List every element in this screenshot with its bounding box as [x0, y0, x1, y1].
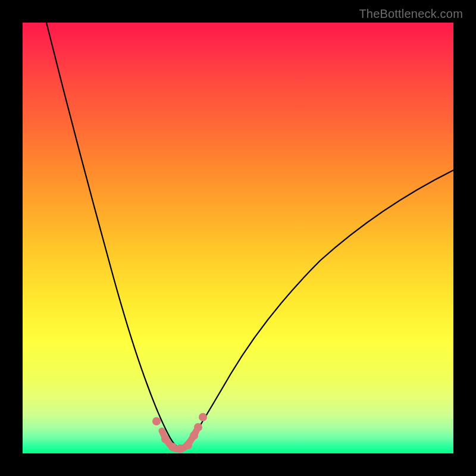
attribution-watermark: TheBottleneck.com [359, 7, 463, 21]
bead-dot [152, 417, 161, 425]
bottleneck-curve-right [180, 170, 453, 449]
bottleneck-curve-left [46, 23, 180, 449]
plot-area [23, 23, 453, 453]
bead-dot [161, 435, 170, 443]
bead-dot [176, 444, 184, 453]
bead-dot [190, 431, 198, 440]
bead-dot [194, 423, 202, 431]
curve-layer [23, 23, 453, 453]
chart-stage: TheBottleneck.com [0, 0, 476, 476]
bead-dot [168, 443, 177, 451]
bead-dot [199, 413, 207, 421]
bead-dot [184, 441, 192, 449]
